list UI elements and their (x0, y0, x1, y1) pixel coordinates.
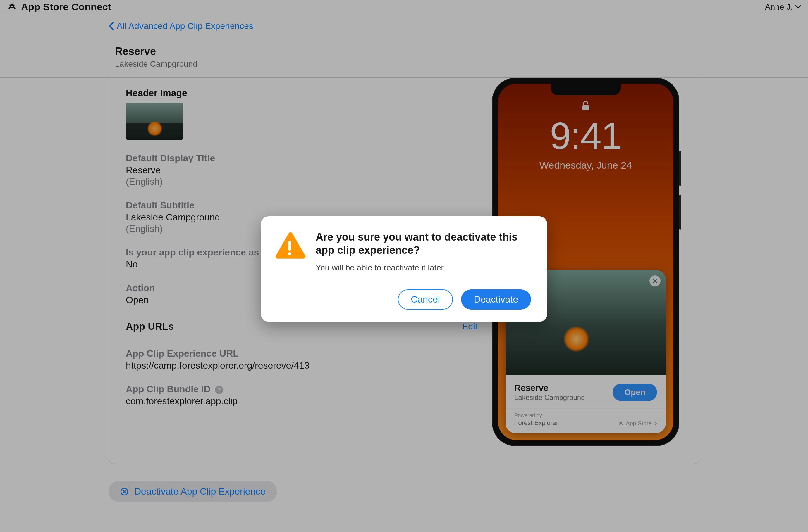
modal-scrim[interactable]: Are you sure you want to deactivate this… (0, 0, 808, 532)
cancel-button[interactable]: Cancel (398, 289, 453, 309)
dialog-message: You will be able to reactivate it later. (316, 263, 531, 272)
confirm-deactivate-dialog: Are you sure you want to deactivate this… (261, 216, 547, 322)
svg-point-3 (288, 252, 291, 255)
confirm-deactivate-button[interactable]: Deactivate (461, 289, 531, 309)
dialog-title: Are you sure you want to deactivate this… (316, 230, 531, 256)
warning-icon (274, 231, 306, 261)
svg-rect-2 (289, 241, 291, 250)
